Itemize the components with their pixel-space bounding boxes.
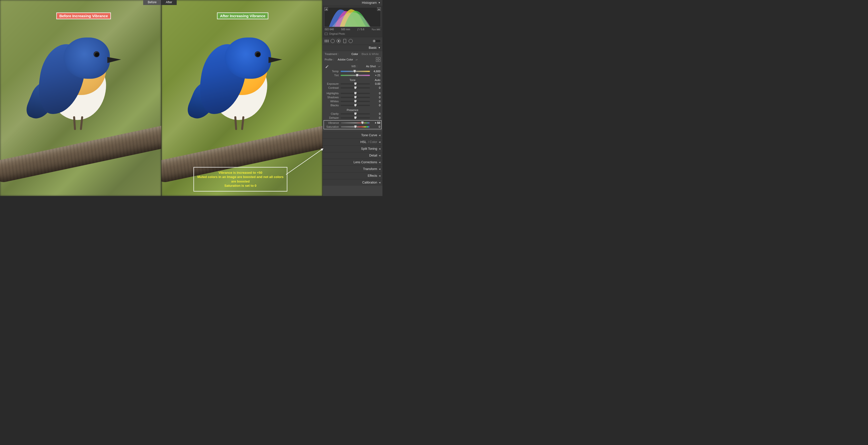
vibrance-slider[interactable]	[341, 122, 370, 124]
shadow-clip-icon[interactable]	[324, 7, 328, 11]
whites-value[interactable]: 0	[372, 100, 380, 103]
blacks-value[interactable]: 0	[372, 104, 380, 107]
dehaze-slider[interactable]	[341, 117, 370, 118]
tint-slider[interactable]	[341, 75, 370, 76]
effects-header[interactable]: Effects◀	[322, 172, 382, 179]
chevron-down-icon: ▼	[378, 46, 380, 49]
clarity-label: Clarity	[324, 112, 339, 115]
basic-section: Treatment : Color Black & White Profile …	[322, 51, 382, 132]
wb-label: WB :	[351, 65, 358, 68]
histogram-header[interactable]: Histogram ▼	[322, 0, 382, 6]
histogram-chart[interactable]	[324, 7, 381, 27]
profile-browser-icon[interactable]	[376, 57, 380, 62]
chevron-left-icon: ◀	[379, 181, 380, 184]
transform-header[interactable]: Transform◀	[322, 166, 382, 172]
radial-tool-icon[interactable]	[348, 38, 353, 43]
hsl-header[interactable]: HSL / Color◀	[322, 138, 382, 145]
whites-slider[interactable]	[341, 101, 370, 102]
callout-line1: Vibrance is increased to +50	[196, 171, 284, 175]
auto-tone-button[interactable]: Auto	[375, 78, 380, 81]
highlights-slider[interactable]	[341, 93, 370, 94]
temp-label: Temp	[324, 70, 339, 73]
histogram-section: ISO 640 500 mm ƒ / 5.6 ¹⁄₂₅₀ sec Origina…	[322, 6, 382, 37]
compare-canvas: Before After Before Increasing Vibrance …	[0, 0, 322, 196]
crop-tool-icon[interactable]	[324, 38, 329, 43]
detail-header[interactable]: Detail◀	[322, 152, 382, 159]
chevron-left-icon: ◀	[379, 174, 380, 177]
updown-icon[interactable]: ▴▾	[356, 59, 358, 60]
exposure-slider[interactable]	[341, 83, 370, 84]
chevron-left-icon: ◀	[379, 168, 380, 170]
temp-slider[interactable]	[341, 71, 370, 72]
histogram-title: Histogram	[362, 1, 377, 4]
exif-aperture: ƒ / 5.6	[358, 28, 365, 31]
chevron-down-icon: ▼	[378, 1, 380, 4]
dehaze-value[interactable]: 0	[372, 116, 380, 119]
spot-tool-icon[interactable]	[330, 38, 335, 43]
bird-graphic	[197, 37, 280, 128]
shadows-value[interactable]: 0	[372, 96, 380, 99]
chevron-left-icon: ◀	[379, 147, 380, 150]
shadows-label: Shadows	[324, 96, 339, 99]
mask-toggle[interactable]	[372, 39, 381, 43]
exif-iso: ISO 640	[324, 28, 334, 31]
callout-annotation: Vibrance is increased to +50 Muted color…	[193, 167, 287, 192]
treatment-bw[interactable]: Black & White	[360, 52, 380, 56]
treatment-label: Treatment :	[324, 53, 339, 56]
wb-eyedropper-icon[interactable]	[324, 64, 329, 68]
treatment-color[interactable]: Color	[350, 52, 360, 56]
highlight-clip-icon[interactable]	[377, 7, 380, 11]
saturation-label: Saturation	[325, 125, 339, 128]
clarity-slider[interactable]	[341, 113, 370, 114]
highlights-value[interactable]: 0	[372, 92, 380, 95]
wb-dropdown[interactable]: As Shot	[364, 65, 377, 68]
updown-icon[interactable]: ▴▾	[378, 66, 380, 67]
tone-subheader: Tone	[350, 78, 356, 81]
callout-line3: Saturation is set to 0	[196, 183, 284, 188]
whites-label: Whites	[324, 100, 339, 103]
develop-panel: Histogram ▼ ISO 640 500 mm ƒ / 5.6 ¹⁄₂₅₀…	[322, 0, 382, 196]
before-pane: Before	[0, 0, 161, 196]
split-toning-header[interactable]: Split Toning◀	[322, 145, 382, 152]
presence-subheader: Presence	[347, 108, 358, 111]
highlights-label: Highlights	[324, 92, 339, 95]
vibrance-highlight-box: Vibrance + 50 Saturation 0	[323, 120, 381, 129]
tint-label: Tint	[324, 74, 339, 77]
profile-label: Profile :	[324, 58, 334, 61]
exposure-label: Exposure	[324, 82, 339, 85]
after-pane: After	[161, 0, 322, 196]
vibrance-label: Vibrance	[325, 121, 339, 124]
chevron-left-icon: ◀	[379, 154, 380, 157]
contrast-slider[interactable]	[341, 87, 370, 89]
saturation-slider[interactable]	[341, 126, 370, 128]
before-overlay-label: Before Increasing Vibrance	[56, 12, 111, 19]
blacks-slider[interactable]	[341, 105, 370, 106]
lens-corrections-header[interactable]: Lens Corrections◀	[322, 159, 382, 166]
temp-value[interactable]: 4,600	[372, 70, 380, 73]
redeye-tool-icon[interactable]	[336, 38, 341, 43]
tone-curve-header[interactable]: Tone Curve◀	[322, 132, 382, 138]
local-tools-strip	[322, 37, 382, 45]
callout-line2: Muted colors in an Image are boosted and…	[196, 175, 284, 183]
exposure-value[interactable]: 0.00	[372, 82, 380, 85]
shadows-slider[interactable]	[341, 97, 370, 98]
clarity-value[interactable]: 0	[372, 112, 380, 115]
vibrance-value[interactable]: + 50	[372, 121, 380, 124]
before-tab: Before	[143, 0, 161, 5]
blacks-label: Blacks	[324, 104, 339, 107]
dehaze-label: Dehaze	[324, 116, 339, 119]
exif-row: ISO 640 500 mm ƒ / 5.6 ¹⁄₂₅₀ sec	[324, 27, 381, 32]
graduated-tool-icon[interactable]	[342, 38, 347, 43]
contrast-label: Contrast	[324, 86, 339, 89]
contrast-value[interactable]: 0	[372, 86, 380, 89]
saturation-value[interactable]: 0	[372, 125, 380, 128]
chevron-left-icon: ◀	[379, 161, 380, 164]
calibration-header[interactable]: Calibration◀	[322, 179, 382, 186]
after-tab: After	[161, 0, 177, 5]
original-photo-label: Original Photo	[329, 33, 345, 35]
basic-title: Basic	[369, 46, 377, 49]
profile-dropdown[interactable]: Adobe Color	[336, 58, 355, 61]
original-photo-checkbox[interactable]	[324, 33, 328, 35]
tint-value[interactable]: + 21	[372, 74, 380, 77]
basic-header[interactable]: Basic ▼	[322, 45, 382, 51]
